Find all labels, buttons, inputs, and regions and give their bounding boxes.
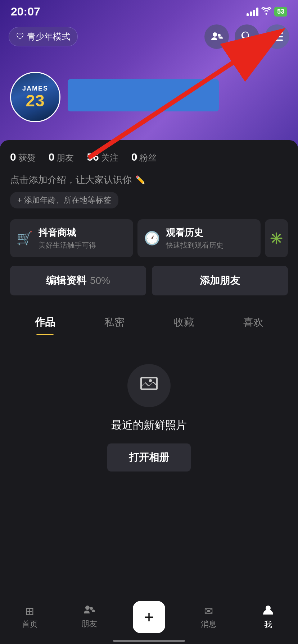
svg-rect-0 xyxy=(271,32,283,34)
shop-subtitle: 美好生活触手可得 xyxy=(39,240,96,250)
open-album-button[interactable]: 打开相册 xyxy=(107,443,191,472)
history-icon: 🕐 xyxy=(144,231,160,246)
tab-works[interactable]: 作品 xyxy=(10,308,80,335)
add-friend-button[interactable]: 添加朋友 xyxy=(152,266,288,295)
nav-plus: + xyxy=(119,601,179,633)
stat-likes-label: 获赞 xyxy=(18,152,36,164)
username-block xyxy=(68,79,288,111)
stat-following-num: 56 xyxy=(87,151,99,163)
stats-row: 0 获赞 0 朋友 56 关注 0 粉丝 xyxy=(10,151,288,164)
star-icon: ✳️ xyxy=(269,231,284,245)
empty-icon-wrap xyxy=(127,364,171,407)
shop-icon: 🛒 xyxy=(17,231,33,246)
stat-likes-num: 0 xyxy=(10,151,16,163)
nav-friends-label: 朋友 xyxy=(81,618,97,629)
empty-state: 最近的新鲜照片 打开相册 xyxy=(10,335,288,486)
nav-me-label: 我 xyxy=(264,619,272,630)
photo-icon xyxy=(140,375,158,396)
username-blurred xyxy=(68,79,219,111)
stat-following-label: 关注 xyxy=(101,152,118,164)
shop-card[interactable]: 🛒 抖音商城 美好生活触手可得 xyxy=(10,219,133,257)
edit-profile-button[interactable]: 编辑资料 50% xyxy=(10,266,146,295)
status-bar: 20:07 53 xyxy=(0,0,298,21)
wifi-icon xyxy=(261,7,271,17)
search-icon-btn[interactable] xyxy=(235,24,259,49)
home-indicator xyxy=(113,640,185,642)
plus-button[interactable]: + xyxy=(133,601,165,633)
content-tabs: 作品 私密 收藏 喜欢 xyxy=(10,308,288,335)
status-time: 20:07 xyxy=(11,5,40,18)
shop-title: 抖音商城 xyxy=(39,226,96,239)
top-nav-actions xyxy=(204,24,289,49)
nav-home[interactable]: ⊞ 首页 xyxy=(0,605,60,630)
stat-friends[interactable]: 0 朋友 xyxy=(49,151,74,164)
home-icon: ⊞ xyxy=(25,605,34,617)
stat-fans-label: 粉丝 xyxy=(139,152,157,164)
nav-messages-label: 消息 xyxy=(201,619,217,630)
empty-title: 最近的新鲜照片 xyxy=(111,418,187,433)
nav-friends[interactable]: 朋友 xyxy=(60,605,119,629)
signal-icon xyxy=(247,8,258,16)
edit-icon: ✏️ xyxy=(135,175,145,185)
top-nav: 🛡 青少年模式 xyxy=(0,24,298,49)
battery-icon: 53 xyxy=(274,7,287,17)
youth-mode-label: 青少年模式 xyxy=(27,31,70,42)
tab-private[interactable]: 私密 xyxy=(80,308,149,335)
stat-friends-label: 朋友 xyxy=(57,152,74,164)
friends-icon-btn[interactable] xyxy=(204,24,229,49)
nav-messages[interactable]: ✉ 消息 xyxy=(179,605,239,630)
plus-icon: + xyxy=(144,608,154,626)
add-tag-button[interactable]: + 添加年龄、所在地等标签 xyxy=(10,192,118,208)
more-actions-button[interactable]: ✳️ xyxy=(265,219,288,257)
profile-section: JAMES 23 xyxy=(0,72,298,122)
edit-progress: 50% xyxy=(90,275,110,286)
bottom-nav: ⊞ 首页 朋友 + ✉ 消息 我 xyxy=(0,595,298,644)
stat-following[interactable]: 56 关注 xyxy=(87,151,118,164)
status-icons: 53 xyxy=(247,7,287,17)
svg-rect-2 xyxy=(271,40,283,41)
stat-fans-num: 0 xyxy=(131,151,137,163)
tab-favorites[interactable]: 收藏 xyxy=(149,308,218,335)
jersey-display: JAMES 23 xyxy=(22,85,48,109)
history-card[interactable]: 🕐 观看历史 快速找到观看历史 xyxy=(137,219,261,257)
youth-mode-badge[interactable]: 🛡 青少年模式 xyxy=(9,27,78,46)
nav-me[interactable]: 我 xyxy=(238,604,298,630)
quick-actions: 🛒 抖音商城 美好生活触手可得 🕐 观看历史 快速找到观看历史 ✳️ xyxy=(10,219,288,257)
history-title: 观看历史 xyxy=(166,226,224,239)
action-buttons: 编辑资料 50% 添加朋友 xyxy=(10,266,288,295)
bio-placeholder[interactable]: 点击添加介绍，让大家认识你 ✏️ xyxy=(10,174,288,186)
profile-card: 0 获赞 0 朋友 56 关注 0 粉丝 点击添加介绍，让大家认识你 ✏️ + … xyxy=(0,140,298,643)
menu-icon-btn[interactable] xyxy=(265,24,289,49)
me-icon xyxy=(263,604,273,618)
nav-home-label: 首页 xyxy=(22,619,38,630)
stat-likes[interactable]: 0 获赞 xyxy=(10,151,36,164)
history-subtitle: 快速找到观看历史 xyxy=(166,240,224,250)
tab-likes[interactable]: 喜欢 xyxy=(218,308,288,335)
shield-icon: 🛡 xyxy=(16,32,24,41)
messages-icon: ✉ xyxy=(204,605,213,617)
avatar[interactable]: JAMES 23 xyxy=(10,72,60,122)
svg-rect-1 xyxy=(271,36,283,37)
friends-nav-icon xyxy=(83,605,95,617)
stat-friends-num: 0 xyxy=(49,151,55,163)
stat-fans[interactable]: 0 粉丝 xyxy=(131,151,157,164)
